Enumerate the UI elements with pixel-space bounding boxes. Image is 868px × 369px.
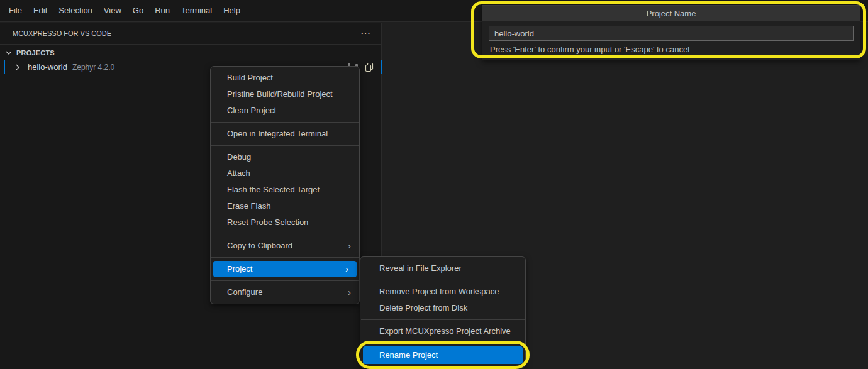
menu-item-erase-flash[interactable]: Erase Flash — [211, 198, 359, 214]
menu-item-remove-project-from-workspace[interactable]: Remove Project from Workspace — [360, 284, 525, 300]
menu-item-pristine-build[interactable]: Pristine Build/Rebuild Project — [211, 86, 359, 102]
menu-separator — [361, 343, 525, 343]
dialog-title: Project Name — [482, 6, 860, 21]
menu-item-reset-probe-selection[interactable]: Reset Probe Selection — [211, 214, 359, 231]
more-actions-icon[interactable]: ⋯ — [358, 29, 374, 38]
menu-item-label: Copy to Clipboard — [227, 241, 292, 250]
submenu-chevron-icon: › — [345, 261, 348, 277]
menu-selection[interactable]: Selection — [53, 4, 97, 18]
project-submenu: Reveal in File Explorer Remove Project f… — [360, 256, 526, 368]
menu-item-copy-to-clipboard[interactable]: Copy to Clipboard › — [211, 238, 359, 254]
project-context-menu: Build Project Pristine Build/Rebuild Pro… — [210, 66, 360, 304]
submenu-chevron-icon: › — [348, 238, 351, 254]
menu-file[interactable]: File — [3, 4, 28, 18]
menu-view[interactable]: View — [98, 4, 127, 18]
menu-item-flash-selected-target[interactable]: Flash the Selected Target — [211, 182, 359, 198]
rename-project-dialog: Project Name Press 'Enter' to confirm yo… — [482, 5, 860, 60]
project-name-label: hello-world — [28, 62, 67, 72]
menu-item-rename-project[interactable]: Rename Project — [363, 346, 523, 364]
project-name-input[interactable] — [489, 26, 854, 41]
menu-separator — [361, 319, 525, 320]
menu-item-configure[interactable]: Configure › — [211, 284, 359, 300]
menu-item-debug[interactable]: Debug — [211, 149, 359, 165]
menu-item-delete-project-from-disk[interactable]: Delete Project from Disk — [360, 300, 525, 316]
menu-item-build-project[interactable]: Build Project — [211, 70, 359, 86]
menu-go[interactable]: Go — [127, 4, 149, 18]
menu-item-project[interactable]: Project › — [213, 261, 357, 277]
menu-item-clean-project[interactable]: Clean Project — [211, 102, 359, 119]
menu-run[interactable]: Run — [149, 4, 175, 18]
menu-separator — [211, 257, 359, 258]
submenu-chevron-icon: › — [348, 284, 351, 300]
dialog-body: Press 'Enter' to confirm your input or '… — [482, 21, 860, 60]
menu-item-reveal-in-file-explorer[interactable]: Reveal in File Explorer — [360, 260, 525, 277]
menu-separator — [211, 122, 359, 123]
menu-edit[interactable]: Edit — [28, 4, 53, 18]
chevron-down-icon — [4, 48, 14, 58]
menu-separator — [211, 280, 359, 281]
menu-item-open-integrated-terminal[interactable]: Open in Integrated Terminal — [211, 126, 359, 142]
menu-item-attach[interactable]: Attach — [211, 165, 359, 182]
dialog-helper-text: Press 'Enter' to confirm your input or '… — [489, 45, 854, 55]
menu-terminal[interactable]: Terminal — [175, 4, 218, 18]
sidebar-title: MCUXPRESSO FOR VS CODE — [13, 30, 358, 37]
menu-separator — [361, 280, 525, 280]
menu-help[interactable]: Help — [218, 4, 246, 18]
chevron-right-icon[interactable] — [13, 62, 23, 72]
projects-section-header[interactable]: PROJECTS — [0, 45, 381, 60]
copy-icon[interactable] — [364, 62, 375, 73]
menu-separator — [211, 145, 359, 146]
menu-separator — [211, 234, 359, 234]
sidebar-header: MCUXPRESSO FOR VS CODE ⋯ — [0, 23, 381, 45]
menu-item-label: Configure — [227, 287, 262, 297]
menu-item-label: Project — [227, 264, 252, 273]
menu-item-export-mcuxpresso-project-archive[interactable]: Export MCUXpresso Project Archive — [360, 323, 525, 339]
projects-section-label: PROJECTS — [16, 49, 55, 57]
